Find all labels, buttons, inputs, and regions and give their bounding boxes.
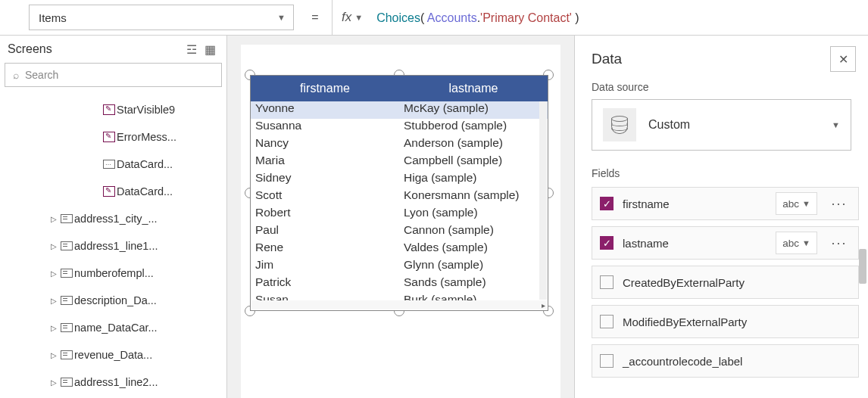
table-row[interactable]: ScottKonersmann (sample): [251, 188, 548, 206]
checkbox[interactable]: [600, 315, 614, 328]
tree-header: Screens ☲ ▦: [0, 36, 226, 63]
data-source-name: Custom: [648, 118, 820, 132]
more-options-button[interactable]: ···: [826, 196, 852, 212]
tree-item[interactable]: StarVisible9: [0, 96, 226, 123]
field-row[interactable]: ✓lastnameabc▼···: [592, 226, 859, 260]
tree-item-label: address1_line2...: [74, 376, 158, 388]
fx-icon[interactable]: fx ▼: [342, 10, 363, 25]
data-pane: Data ✕ Data source Custom ▼ Fields ✓firs…: [574, 36, 868, 398]
cell: Yvonne: [251, 101, 399, 119]
column-header[interactable]: lastname: [399, 76, 548, 101]
grid-view-icon[interactable]: ▦: [205, 42, 216, 57]
expand-arrow-icon[interactable]: ▷: [48, 215, 59, 223]
table-row[interactable]: PatrickSands (sample): [251, 275, 548, 293]
data-source-selector[interactable]: Custom ▼: [592, 99, 851, 151]
datacard-icon: [59, 350, 74, 359]
tree-title: Screens: [8, 42, 52, 56]
tree-item[interactable]: ▷address1_line2...: [0, 368, 226, 396]
expand-arrow-icon[interactable]: ▷: [48, 242, 59, 250]
list-view-icon[interactable]: ☲: [186, 42, 197, 57]
close-button[interactable]: ✕: [830, 46, 856, 72]
cell: Campbell (sample): [399, 154, 548, 171]
table-body[interactable]: YvonneMcKay (sample)SusannaStubberod (sa…: [251, 101, 548, 310]
field-type-dropdown[interactable]: abc▼: [776, 232, 817, 254]
field-name-label: firstname: [623, 197, 767, 210]
cell: Higa (sample): [399, 171, 548, 188]
cell: Lyon (sample): [399, 206, 548, 223]
tree-item[interactable]: ErrorMess...: [0, 123, 226, 151]
tree-item-label: address1_city_...: [74, 213, 158, 225]
column-header[interactable]: firstname: [251, 76, 399, 101]
field-row[interactable]: CreatedByExternalParty: [592, 266, 859, 299]
cell: Stubberod (sample): [399, 119, 548, 136]
tree-item-label: description_Da...: [74, 294, 157, 306]
tree-item[interactable]: ▷address1_line1...: [0, 232, 226, 260]
table-row[interactable]: NancyAnderson (sample): [251, 136, 548, 154]
vertical-scrollbar[interactable]: [539, 101, 547, 300]
field-name-label: CreatedByExternalParty: [623, 276, 852, 289]
tree-item[interactable]: ▷address1_city_...: [0, 205, 226, 232]
datacard-icon: [59, 323, 74, 332]
data-table-control[interactable]: firstname lastname YvonneMcKay (sample)S…: [250, 75, 548, 311]
expand-arrow-icon[interactable]: ▷: [48, 378, 59, 387]
cell: Rene: [251, 241, 399, 258]
cell: Maria: [251, 154, 399, 171]
tree-item-label: DataCard...: [117, 158, 173, 170]
field-name-label: _accountrolecode_label: [623, 355, 852, 368]
text-input-icon: [101, 104, 117, 115]
field-row[interactable]: ✓firstnameabc▼···: [592, 187, 859, 220]
text-input-icon: [101, 186, 117, 197]
tree-item[interactable]: DataCard...: [0, 178, 226, 205]
table-row[interactable]: MariaCampbell (sample): [251, 154, 548, 171]
table-row[interactable]: YvonneMcKay (sample): [251, 101, 548, 119]
table-row[interactable]: SusannaStubberod (sample): [251, 119, 548, 136]
table-row[interactable]: ReneValdes (sample): [251, 241, 548, 258]
database-icon: [603, 108, 636, 141]
property-name: Items: [39, 11, 67, 24]
expand-arrow-icon[interactable]: ▷: [48, 351, 59, 359]
checkbox[interactable]: ✓: [600, 236, 614, 250]
tree-list[interactable]: StarVisible9ErrorMess...DataCard...DataC…: [0, 92, 226, 398]
data-pane-title: Data: [592, 51, 622, 67]
equals-label: =: [306, 11, 324, 24]
table-row[interactable]: JimGlynn (sample): [251, 258, 548, 275]
expand-arrow-icon[interactable]: ▷: [48, 297, 59, 305]
table-row[interactable]: RobertLyon (sample): [251, 206, 548, 223]
table-row[interactable]: PaulCannon (sample): [251, 223, 548, 241]
property-dropdown[interactable]: Items ▼: [29, 5, 294, 30]
field-row[interactable]: ModifiedByExternalParty: [592, 305, 859, 338]
tree-item[interactable]: ▷name_DataCar...: [0, 314, 226, 341]
cell: Cannon (sample): [399, 223, 548, 241]
tree-item-label: StarVisible9: [117, 104, 175, 116]
field-type-dropdown[interactable]: abc▼: [776, 192, 817, 215]
formula-input-area[interactable]: fx ▼ Choices( Accounts.'Primary Contact'…: [332, 0, 868, 36]
checkbox[interactable]: [600, 275, 614, 289]
datacard-icon: [59, 241, 74, 250]
vertical-scrollbar[interactable]: [859, 249, 866, 284]
datacard-icon: [59, 296, 74, 305]
cell: Nancy: [251, 136, 399, 154]
canvas[interactable]: firstname lastname YvonneMcKay (sample)S…: [227, 36, 574, 398]
tree-item[interactable]: ▷numberofempl...: [0, 260, 226, 287]
search-input[interactable]: ⌕ Search: [5, 63, 222, 87]
data-source-label: Data source: [575, 75, 868, 99]
checkbox[interactable]: ✓: [600, 197, 614, 210]
more-options-button[interactable]: ···: [826, 235, 852, 251]
table-row[interactable]: SidneyHiga (sample): [251, 171, 548, 188]
field-row[interactable]: _accountrolecode_label: [592, 344, 859, 378]
selected-control[interactable]: firstname lastname YvonneMcKay (sample)S…: [250, 75, 548, 311]
expand-arrow-icon[interactable]: ▷: [48, 324, 59, 332]
tree-item[interactable]: ▷description_Da...: [0, 287, 226, 314]
tree-item[interactable]: ▷revenue_Data...: [0, 341, 226, 368]
cell: Scott: [251, 188, 399, 206]
tree-item[interactable]: DataCard...: [0, 151, 226, 178]
cell: Patrick: [251, 275, 399, 293]
cell: Paul: [251, 223, 399, 241]
horizontal-scrollbar[interactable]: ▸: [251, 300, 547, 309]
tree-item-label: DataCard...: [117, 185, 173, 197]
checkbox[interactable]: [600, 354, 614, 368]
expand-arrow-icon[interactable]: ▷: [48, 269, 59, 278]
cell: Glynn (sample): [399, 258, 548, 275]
cell: Jim: [251, 258, 399, 275]
formula-text[interactable]: Choices( Accounts.'Primary Contact' ): [376, 11, 579, 25]
